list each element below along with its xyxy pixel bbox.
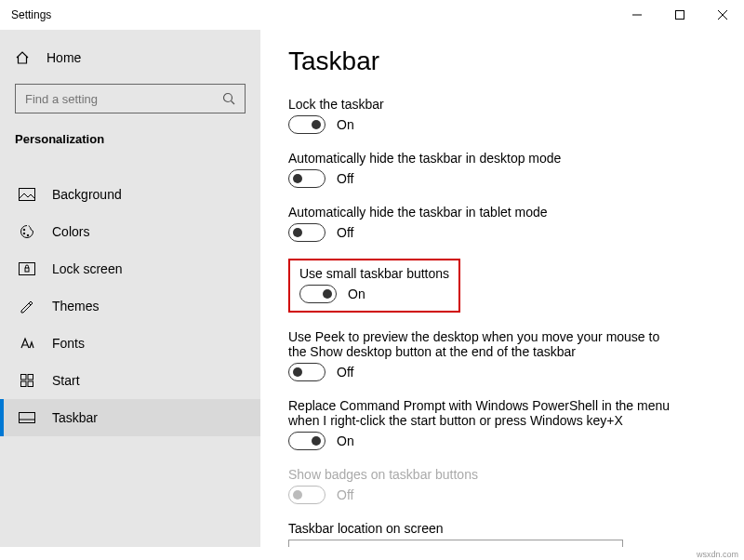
page-heading: Taskbar [288, 47, 716, 76]
search-input[interactable] [25, 92, 211, 106]
start-icon [19, 372, 35, 389]
nav-taskbar[interactable]: Taskbar [0, 399, 260, 436]
svg-rect-10 [20, 263, 35, 275]
svg-rect-13 [28, 375, 33, 380]
svg-rect-15 [28, 381, 33, 387]
close-button[interactable] [701, 0, 744, 30]
lock-screen-icon [19, 260, 35, 277]
nav-colors[interactable]: Colors [0, 213, 260, 250]
background-icon [19, 186, 35, 203]
titlebar: Settings [0, 0, 744, 30]
sidebar: Home Personalization Background Colors [0, 30, 260, 547]
svg-rect-12 [21, 375, 27, 380]
main-panel: Taskbar Lock the taskbar On Automaticall… [260, 30, 744, 547]
highlight-annotation: Use small taskbar buttons On [288, 259, 460, 313]
colors-icon [19, 223, 35, 240]
svg-rect-14 [21, 381, 27, 387]
setting-label: Lock the taskbar [288, 97, 679, 112]
toggle-powershell[interactable] [288, 432, 326, 450]
maximize-button[interactable] [658, 0, 701, 30]
toggle-state: On [337, 117, 354, 132]
setting-label: Replace Command Prompt with Windows Powe… [288, 398, 679, 428]
window-controls [616, 0, 744, 30]
setting-badges: Show badges on taskbar buttons Off [288, 467, 716, 504]
setting-autohide-tablet: Automatically hide the taskbar in tablet… [288, 205, 716, 242]
setting-label: Automatically hide the taskbar in deskto… [288, 151, 679, 166]
toggle-peek[interactable] [288, 363, 326, 381]
setting-label: Use Peek to preview the desktop when you… [288, 329, 679, 359]
setting-small-buttons: Use small taskbar buttons On [299, 266, 449, 303]
nav-themes[interactable]: Themes [0, 287, 260, 325]
setting-label: Show badges on taskbar buttons [288, 467, 679, 482]
nav-list: Background Colors Lock screen Themes [0, 176, 260, 436]
toggle-state: On [337, 433, 354, 448]
nav-background[interactable]: Background [0, 176, 260, 213]
dropdown-taskbar-location[interactable]: Bottom [288, 540, 623, 547]
setting-lock-taskbar: Lock the taskbar On [288, 97, 716, 134]
nav-label: Taskbar [52, 410, 98, 425]
home-nav[interactable]: Home [0, 41, 260, 74]
setting-autohide-desktop: Automatically hide the taskbar in deskto… [288, 151, 716, 188]
nav-lock-screen[interactable]: Lock screen [0, 250, 260, 287]
toggle-autohide-desktop[interactable] [288, 169, 326, 188]
svg-rect-16 [20, 413, 35, 423]
nav-label: Lock screen [52, 261, 122, 276]
watermark: wsxdn.com [697, 550, 738, 559]
toggle-state: On [348, 287, 365, 301]
minimize-button[interactable] [616, 0, 658, 30]
svg-rect-6 [20, 189, 35, 201]
taskbar-icon [19, 409, 35, 426]
toggle-state: Off [337, 487, 353, 502]
search-box[interactable] [15, 84, 246, 113]
setting-peek: Use Peek to preview the desktop when you… [288, 329, 716, 381]
home-label: Home [46, 50, 81, 65]
home-icon [15, 50, 30, 65]
toggle-state: Off [337, 225, 353, 240]
setting-powershell: Replace Command Prompt with Windows Powe… [288, 398, 716, 450]
fonts-icon [19, 335, 35, 352]
setting-label: Use small taskbar buttons [299, 266, 449, 281]
window-title: Settings [11, 8, 51, 21]
nav-fonts[interactable]: Fonts [0, 325, 260, 362]
nav-label: Colors [52, 224, 89, 239]
toggle-state: Off [337, 171, 353, 186]
nav-label: Fonts [52, 336, 85, 351]
themes-icon [19, 298, 35, 314]
toggle-autohide-tablet[interactable] [288, 223, 326, 242]
nav-label: Themes [52, 299, 100, 313]
svg-point-8 [23, 233, 25, 234]
search-icon [222, 92, 235, 105]
toggle-state: Off [337, 365, 353, 380]
nav-label: Start [52, 373, 80, 388]
setting-label: Automatically hide the taskbar in tablet… [288, 205, 679, 220]
setting-taskbar-location: Taskbar location on screen Bottom [288, 521, 716, 547]
svg-rect-11 [25, 268, 29, 272]
toggle-lock-taskbar[interactable] [288, 115, 326, 134]
toggle-badges [288, 486, 326, 504]
setting-label: Taskbar location on screen [288, 521, 679, 536]
toggle-small-buttons[interactable] [299, 285, 337, 303]
svg-point-7 [23, 229, 25, 231]
svg-point-4 [224, 94, 232, 102]
category-heading: Personalization [0, 127, 260, 159]
nav-start[interactable]: Start [0, 362, 260, 399]
svg-point-9 [27, 234, 29, 236]
svg-rect-1 [676, 11, 684, 20]
nav-label: Background [52, 187, 122, 202]
svg-line-5 [232, 101, 235, 105]
